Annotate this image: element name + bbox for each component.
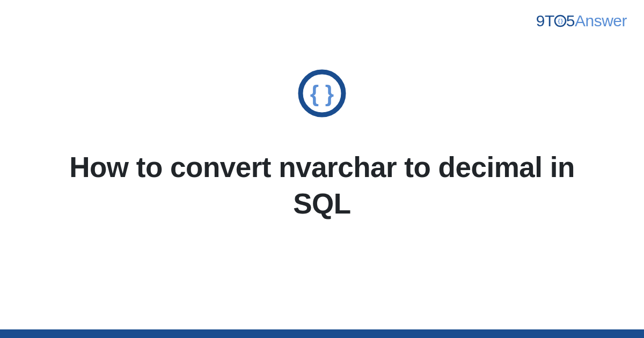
code-braces-icon: { }: [297, 69, 347, 118]
page-title: How to convert nvarchar to decimal in SQ…: [0, 149, 644, 222]
brand-answer: Answer: [575, 12, 627, 30]
brand-t: T: [545, 12, 554, 30]
brand-five: 5: [566, 12, 575, 30]
site-brand: 9T{}5Answer: [536, 12, 627, 30]
brand-nine: 9: [536, 12, 545, 30]
brand-ring-icon: {}: [554, 14, 567, 27]
svg-text:{ }: { }: [310, 81, 334, 106]
svg-text:{}: {}: [557, 18, 564, 24]
footer-accent-bar: [0, 329, 644, 338]
